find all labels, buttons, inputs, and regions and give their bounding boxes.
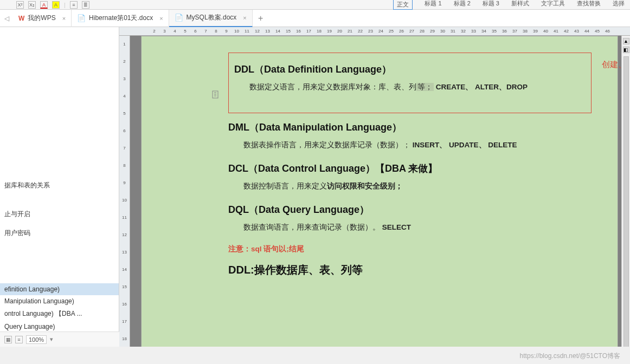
edit-area: 2345678910111213141516171819202122232425… <box>119 27 630 347</box>
highlight-button[interactable]: A <box>52 1 60 9</box>
text-tools-button[interactable]: 文字工具 <box>541 0 565 10</box>
close-icon[interactable]: × <box>243 15 246 21</box>
superscript-button[interactable]: X² <box>16 1 24 9</box>
highlighted-section-box: DDL（Data Definition Language） 数据定义语言，用来定… <box>228 53 592 113</box>
subscript-button[interactable]: X₂ <box>28 1 36 9</box>
vertical-scrollbar[interactable]: ▲ ◧ ▼ <box>621 36 630 347</box>
select-button[interactable]: 选择 <box>613 0 625 10</box>
section-body: 数据查询语言，用来查询记录（数据）。 SELECT <box>228 223 592 232</box>
tab-mysql[interactable]: 📄 MySQL教案.docx × <box>169 10 253 27</box>
view-page-button[interactable]: ▦ <box>4 336 12 343</box>
zoom-select[interactable]: 100% <box>26 335 47 344</box>
scroll-opts-button[interactable]: ◧ <box>623 47 629 53</box>
wps-logo-icon: W <box>18 15 24 22</box>
document-tab-bar: ◁ W 我的WPS × 📄 Hibernate第01天.docx × 📄 MyS… <box>0 10 630 27</box>
section-title: DDL（Data Definition Language） <box>234 63 586 76</box>
outline-item[interactable]: efinition Language) <box>0 283 119 295</box>
tab-label: MySQL教案.docx <box>187 13 237 22</box>
view-outline-button[interactable]: ≡ <box>15 336 23 343</box>
close-icon[interactable]: × <box>62 15 66 22</box>
formatting-toolbar: X² X₂ A A | ≡ ≣ 正文 标题 1 标题 2 标题 3 新样式 文字… <box>0 0 630 10</box>
scroll-up-button[interactable]: ▲ <box>623 38 629 44</box>
status-bar: ▦ ≡ 100% ▾ <box>0 332 119 347</box>
outline-sidebar: 据库和表的关系 止与开启 用户密码 efinition Language) Ma… <box>0 27 119 347</box>
watermark-text: https://blog.csdn.net/@51CTO博客 <box>520 352 620 361</box>
new-style-button[interactable]: 新样式 <box>511 0 529 10</box>
zoom-dropdown-icon[interactable]: ▾ <box>50 336 53 343</box>
style-h1[interactable]: 标题 1 <box>425 0 441 10</box>
section-body: 数据控制语言，用来定义访问权限和安全级别； <box>228 181 592 191</box>
note-text: 注意：sql 语句以;结尾 <box>228 244 592 254</box>
vertical-ruler[interactable]: 123456789101112131415161718 <box>119 36 130 347</box>
outline-item[interactable]: Query Language) <box>0 321 119 333</box>
new-tab-button[interactable]: + <box>253 14 269 23</box>
section-title: DML（Data Manipulation Language） <box>228 121 592 134</box>
workspace: 据库和表的关系 止与开启 用户密码 efinition Language) Ma… <box>0 27 630 347</box>
align-button[interactable]: ≡ <box>70 1 78 9</box>
style-normal[interactable]: 正文 <box>393 0 413 10</box>
find-replace-button[interactable]: 查找替换 <box>577 0 601 10</box>
section-heading: DDL:操作数据库、表、列等 <box>228 263 592 277</box>
page-marker-icon <box>212 90 222 100</box>
tab-label: 我的WPS <box>28 14 55 23</box>
outline-item[interactable]: 止与开启 <box>0 207 119 221</box>
style-h3[interactable]: 标题 3 <box>483 0 499 10</box>
outline-list: 据库和表的关系 止与开启 用户密码 efinition Language) Ma… <box>0 27 119 347</box>
section-body: 数据表操作语言，用来定义数据库记录（数据）； INSERT、 UPDATE、 D… <box>228 140 592 150</box>
outline-item[interactable]: 用户密码 <box>0 226 119 240</box>
outline-item[interactable]: Manipulation Language) <box>0 295 119 307</box>
list-button[interactable]: ≣ <box>82 1 89 9</box>
close-icon[interactable]: × <box>159 15 163 22</box>
doc-icon: 📄 <box>175 14 183 22</box>
outline-item[interactable]: 据库和表的关系 <box>0 179 119 192</box>
font-color-button[interactable]: A <box>40 1 48 9</box>
document-page[interactable]: DDL（Data Definition Language） 数据定义语言，用来定… <box>141 36 618 347</box>
scroll-thumb[interactable] <box>623 56 629 347</box>
outline-item[interactable]: ontrol Language) 【DBA ... <box>0 307 119 321</box>
section-body: 数据定义语言，用来定义数据库对象：库、表、列等； CREATE、 ALTER、D… <box>234 82 586 92</box>
style-h2[interactable]: 标题 2 <box>454 0 471 10</box>
tab-prev-button[interactable]: ◁ <box>0 15 13 22</box>
section-title: DCL（Data Control Language）【DBA 来做】 <box>228 162 592 175</box>
doc-icon: 📄 <box>77 14 86 22</box>
tab-hibernate[interactable]: 📄 Hibernate第01天.docx × <box>72 10 169 27</box>
tab-label: Hibernate第01天.docx <box>89 14 153 23</box>
tab-my-wps[interactable]: W 我的WPS × <box>13 10 72 27</box>
horizontal-ruler[interactable]: 2345678910111213141516171819202122232425… <box>119 27 630 36</box>
section-title: DQL（Data Query Language） <box>228 203 592 216</box>
